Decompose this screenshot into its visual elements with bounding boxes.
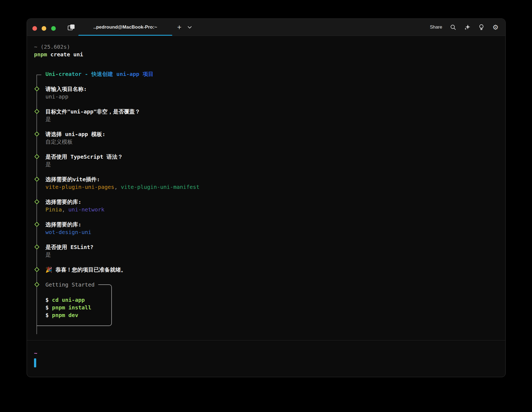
- answer-segment: uni-app: [45, 93, 68, 100]
- wizard-step: 是否使用 TypeScript 语法？ 是: [45, 153, 498, 168]
- step-diamond-icon: [34, 177, 39, 182]
- answer-segment: vite-plugin-uni-pages: [45, 184, 114, 190]
- step-question: 是否使用 TypeScript 语法？: [45, 153, 498, 161]
- sparkles-icon[interactable]: [464, 24, 471, 30]
- wizard-step: 选择需要的库: Pinia, uni-network: [45, 198, 498, 213]
- getting-started-box-border: [98, 284, 112, 326]
- step-diamond-icon: [34, 109, 39, 114]
- step-answer: 自定义模板: [45, 138, 498, 146]
- wizard-step: 🎉 恭喜！您的项目已准备就绪。: [45, 266, 498, 273]
- search-icon[interactable]: [450, 24, 456, 30]
- step-diamond-icon: [34, 154, 39, 159]
- text-cursor: [34, 358, 36, 367]
- step-answer: 是: [45, 251, 498, 259]
- answer-segment: 自定义模板: [45, 139, 73, 145]
- getting-started-command: $ pnpm install: [45, 304, 498, 311]
- answer-segment: Pinia: [45, 206, 62, 213]
- wizard-step: 选择需要的vite插件: vite-plugin-uni-pages, vite…: [45, 176, 498, 191]
- minimize-button[interactable]: [42, 26, 46, 31]
- wizard-step: 选择需要的库: wot-design-uni: [45, 221, 498, 236]
- step-diamond-icon: [34, 131, 39, 136]
- step-diamond-icon: [34, 222, 39, 227]
- wizard-title: Uni-creator - 快速创建 uni-app 项目: [45, 70, 153, 78]
- step-question: 🎉 恭喜！您的项目已准备就绪。: [45, 266, 498, 273]
- terminal-input-block[interactable]: ~: [27, 340, 505, 367]
- step-question: 选择需要的vite插件:: [45, 176, 498, 183]
- step-diamond-icon: [34, 244, 39, 249]
- getting-started-command: $ cd uni-app: [45, 296, 498, 304]
- getting-started-commands: $ cd uni-app$ pnpm install$ pnpm dev: [45, 296, 498, 319]
- getting-started-command: $ pnpm dev: [45, 311, 498, 319]
- answer-segment: vite-plugin-uni-manifest: [121, 184, 199, 190]
- new-tab-button[interactable]: +: [175, 19, 184, 36]
- command-line: pnpmcreate uni: [34, 51, 498, 58]
- share-button[interactable]: Share: [430, 24, 442, 30]
- prompt-duration-line: ~ (25.602s): [34, 43, 498, 51]
- active-tab-indicator: [78, 35, 172, 36]
- step-question: 请输入项目名称:: [45, 85, 498, 93]
- answer-segment: 是: [45, 116, 51, 122]
- answer-segment: wot-design-uni: [45, 229, 91, 235]
- answer-segment: ,: [62, 206, 68, 213]
- answer-segment: 是: [45, 161, 51, 168]
- gear-icon[interactable]: ⚙: [492, 24, 499, 30]
- chevron-down-icon[interactable]: [186, 19, 193, 36]
- step-answer: uni-app: [45, 93, 498, 100]
- command-program: pnpm: [34, 51, 47, 58]
- wizard-rail-corner: [36, 75, 41, 75]
- step-diamond-icon: [34, 199, 39, 204]
- tab-title: ..pedround@MacBook-Pro:~: [93, 24, 157, 30]
- step-diamond-icon: [34, 267, 39, 272]
- input-prompt: ~: [34, 349, 498, 357]
- answer-segment: 是: [45, 251, 51, 258]
- wizard-items: 请输入项目名称: uni-app 目标文件"uni-app"非空，是否覆盖？ 是…: [45, 85, 498, 273]
- answer-segment: ,: [114, 184, 121, 190]
- step-question: 选择需要的库:: [45, 198, 498, 206]
- close-button[interactable]: [32, 26, 37, 31]
- wizard-step: 是否使用 ESLint? 是: [45, 243, 498, 259]
- terminal-window: ..pedround@MacBook-Pro:~ + Share: [27, 19, 506, 377]
- step-question: 是否使用 ESLint?: [45, 243, 498, 251]
- answer-segment: uni-network: [68, 206, 104, 213]
- step-answer: Pinia, uni-network: [45, 206, 498, 213]
- wizard-step: 请选择 uni-app 模板: 自定义模板: [45, 130, 498, 146]
- step-diamond-icon: [34, 86, 39, 91]
- terminal-tab[interactable]: ..pedround@MacBook-Pro:~: [78, 19, 172, 36]
- getting-started-label: Getting Started: [45, 281, 95, 288]
- step-answer: vite-plugin-uni-pages, vite-plugin-uni-m…: [45, 183, 498, 191]
- tab-stack-front-shape: [70, 24, 75, 29]
- wizard-step: 请输入项目名称: uni-app: [45, 85, 498, 100]
- zoom-button[interactable]: [51, 26, 56, 31]
- titlebar: ..pedround@MacBook-Pro:~ + Share: [27, 19, 505, 36]
- wizard-output: Uni-creator - 快速创建 uni-app 项目 请输入项目名称: u…: [34, 70, 498, 334]
- step-question: 选择需要的库:: [45, 221, 498, 228]
- lightbulb-icon[interactable]: [478, 24, 485, 30]
- terminal-output: ~ (25.602s) pnpmcreate uni Uni-creator -…: [27, 36, 505, 334]
- step-diamond-icon: [34, 282, 39, 287]
- step-answer: 是: [45, 115, 498, 123]
- titlebar-right-controls: Share ⚙: [430, 19, 499, 36]
- step-answer: 是: [45, 161, 498, 168]
- tab-stack-icon[interactable]: [68, 24, 75, 30]
- wizard-step: 目标文件"uni-app"非空，是否覆盖？ 是: [45, 108, 498, 123]
- getting-started-box-border-bottom: [37, 325, 98, 326]
- step-question: 请选择 uni-app 模板:: [45, 130, 498, 138]
- step-answer: wot-design-uni: [45, 228, 498, 236]
- step-question: 目标文件"uni-app"非空，是否覆盖？: [45, 108, 498, 115]
- command-args: create uni: [50, 51, 83, 58]
- getting-started-section: Getting Started $ cd uni-app$ pnpm insta…: [45, 281, 498, 327]
